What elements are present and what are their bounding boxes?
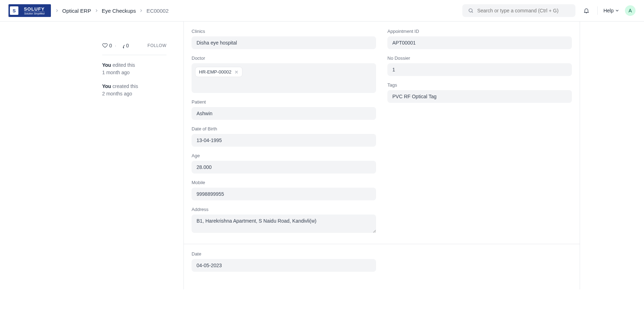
- label-address: Address: [192, 207, 376, 212]
- activity-time: 1 month ago: [102, 69, 166, 76]
- search-input[interactable]: [477, 8, 570, 13]
- label-patient: Patient: [192, 99, 376, 105]
- breadcrumb-link-doctype[interactable]: Eye Checkups: [102, 8, 136, 14]
- logo-subtext: Solution Simplified: [24, 12, 45, 15]
- field-dob: Date of Birth: [192, 126, 376, 147]
- input-dossier[interactable]: [387, 63, 572, 76]
- social-row: 0 · 0 FOLLOW: [102, 43, 166, 48]
- input-tags[interactable]: [387, 90, 572, 103]
- input-clinics[interactable]: [192, 36, 376, 49]
- doctor-chip: HR-EMP-00002: [195, 67, 242, 77]
- header-right: Help A: [462, 4, 636, 17]
- form-column-right: Appointment ID No Dossier Tags: [387, 29, 572, 240]
- form-column-left-bottom: Date: [192, 251, 376, 278]
- field-clinics: Clinics: [192, 29, 376, 49]
- activity-action: edited this: [112, 62, 135, 68]
- search-box[interactable]: [462, 4, 575, 17]
- comment-count: 0: [126, 43, 129, 48]
- activity-actor: You: [102, 62, 111, 68]
- form-grid-bottom: Date: [192, 251, 572, 278]
- field-age: Age: [192, 153, 376, 174]
- activity-actor: You: [102, 83, 111, 89]
- label-age: Age: [192, 153, 376, 158]
- like-count: 0: [109, 43, 112, 48]
- multiselect-doctor[interactable]: HR-EMP-00002: [192, 63, 376, 93]
- activity-time: 2 months ago: [102, 90, 166, 98]
- breadcrumb-current: EC00002: [146, 8, 169, 14]
- breadcrumb: Optical ERP Eye Checkups EC00002: [55, 8, 169, 14]
- input-patient[interactable]: [192, 107, 376, 120]
- chevron-down-icon: [615, 8, 619, 13]
- field-tags: Tags: [387, 82, 572, 103]
- like-button[interactable]: 0: [102, 43, 112, 48]
- field-doctor: Doctor HR-EMP-00002: [192, 55, 376, 93]
- label-tags: Tags: [387, 82, 572, 88]
- label-dob: Date of Birth: [192, 126, 376, 131]
- header-left: S SOLUFY Solution Simplified Optical ERP…: [8, 4, 169, 17]
- input-mobile[interactable]: [192, 188, 376, 200]
- heart-icon: [102, 43, 108, 48]
- field-mobile: Mobile: [192, 180, 376, 200]
- input-dob[interactable]: [192, 134, 376, 147]
- sidebar-divider: [102, 55, 166, 55]
- label-clinics: Clinics: [192, 29, 376, 34]
- search-icon: [468, 8, 474, 13]
- form-grid: Clinics Doctor HR-EMP-00002: [192, 29, 572, 240]
- help-label: Help: [603, 8, 614, 13]
- chevron-right-icon: [55, 9, 59, 12]
- divider: [597, 6, 598, 15]
- chip-remove-button[interactable]: [234, 70, 239, 74]
- label-dossier: No Dossier: [387, 55, 572, 61]
- doctor-chip-label: HR-EMP-00002: [199, 69, 232, 75]
- logo-mark-icon: S: [10, 6, 18, 15]
- page-body: 0 · 0 FOLLOW You edited this 1 month ago…: [64, 22, 580, 289]
- activity-action: created this: [112, 83, 138, 89]
- field-dossier: No Dossier: [387, 55, 572, 76]
- label-mobile: Mobile: [192, 180, 376, 185]
- dot-separator: ·: [115, 43, 116, 48]
- activity-item: You created this 2 months ago: [102, 83, 166, 98]
- input-date[interactable]: [192, 259, 376, 272]
- activity-item: You edited this 1 month ago: [102, 61, 166, 76]
- label-appointment: Appointment ID: [387, 29, 572, 34]
- input-address[interactable]: [192, 215, 376, 233]
- field-date: Date: [192, 251, 376, 272]
- field-address: Address: [192, 207, 376, 234]
- input-appointment[interactable]: [387, 36, 572, 49]
- comment-icon: [119, 43, 125, 48]
- main-form: Clinics Doctor HR-EMP-00002: [183, 22, 580, 289]
- app-header: S SOLUFY Solution Simplified Optical ERP…: [0, 0, 644, 22]
- breadcrumb-link-module[interactable]: Optical ERP: [62, 8, 91, 14]
- close-icon: [234, 70, 239, 74]
- notifications-button[interactable]: [581, 5, 592, 16]
- input-age[interactable]: [192, 161, 376, 174]
- field-appointment: Appointment ID: [387, 29, 572, 49]
- chevron-right-icon: [95, 9, 98, 12]
- form-column-left: Clinics Doctor HR-EMP-00002: [192, 29, 376, 240]
- comment-button[interactable]: 0: [119, 43, 129, 48]
- logo[interactable]: S SOLUFY Solution Simplified: [8, 4, 51, 17]
- field-patient: Patient: [192, 99, 376, 120]
- label-doctor: Doctor: [192, 55, 376, 61]
- form-column-right-bottom: [387, 251, 572, 278]
- user-avatar[interactable]: A: [625, 5, 636, 16]
- chevron-right-icon: [139, 9, 143, 12]
- logo-text: SOLUFY: [24, 6, 45, 12]
- help-button[interactable]: Help: [603, 8, 619, 13]
- activity-sidebar: 0 · 0 FOLLOW You edited this 1 month ago…: [64, 22, 183, 289]
- section-divider: [184, 244, 580, 244]
- bell-icon: [583, 7, 590, 14]
- follow-button[interactable]: FOLLOW: [147, 43, 166, 48]
- label-date: Date: [192, 251, 376, 257]
